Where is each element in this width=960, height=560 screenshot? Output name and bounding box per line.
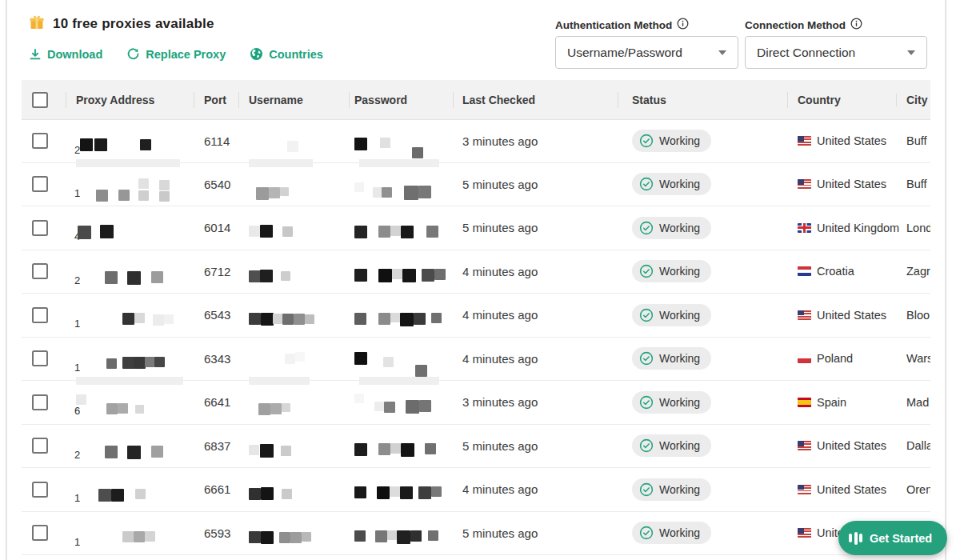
- table-header: Proxy Address Port Username Password Las…: [22, 80, 930, 120]
- pixelated-block: [281, 271, 290, 281]
- table-row: 261143 minutes ago WorkingUnited StatesB…: [22, 119, 930, 163]
- pixelated-block: [270, 403, 282, 414]
- pixelated-block: [290, 532, 302, 543]
- redacted-proxy-address: 1: [66, 338, 194, 381]
- port-value: 6543: [194, 308, 238, 322]
- info-icon[interactable]: [677, 18, 689, 32]
- pixelated-block: [282, 226, 293, 237]
- pixelated-block: [122, 357, 134, 369]
- pixelated-block: [382, 187, 392, 198]
- row-checkbox[interactable]: [32, 525, 48, 541]
- row-checkbox[interactable]: [32, 307, 48, 323]
- status-badge: Working: [632, 391, 711, 414]
- pixelated-block: [249, 313, 261, 325]
- redacted-prefix: 1: [74, 362, 80, 374]
- row-checkbox[interactable]: [32, 350, 48, 366]
- status-label: Working: [659, 265, 700, 278]
- pixelated-block: [134, 531, 145, 542]
- redacted-proxy-address: 2: [66, 250, 194, 294]
- pixelated-block: [260, 444, 274, 458]
- connection-method-select[interactable]: Direct Connection: [745, 36, 927, 69]
- column-header-username: Username: [238, 94, 349, 106]
- get-started-button[interactable]: Get Started: [838, 521, 947, 555]
- column-header-status: Status: [618, 94, 787, 106]
- status-label: Working: [659, 309, 700, 322]
- city-value: Buff: [896, 178, 930, 190]
- pixelated-block: [96, 190, 108, 202]
- proxy-table: Proxy Address Port Username Password Las…: [22, 80, 930, 555]
- status-badge: Working: [632, 347, 711, 370]
- table-row: 165405 minutes ago WorkingUnited StatesB…: [22, 163, 930, 207]
- info-icon[interactable]: [850, 18, 862, 32]
- pixelated-block: [122, 531, 134, 542]
- pixelated-block: [279, 532, 290, 543]
- port-value: 6343: [194, 352, 238, 366]
- city-value: Bloo: [896, 309, 930, 322]
- port-value: 6014: [194, 221, 238, 234]
- refresh-icon: [126, 47, 140, 61]
- pixelated-bar: [76, 159, 180, 167]
- download-button[interactable]: Download: [29, 48, 102, 61]
- replace-proxy-label: Replace Proxy: [146, 48, 226, 61]
- row-checkbox[interactable]: [32, 263, 48, 279]
- pixelated-block: [354, 138, 367, 150]
- pixelated-block: [354, 530, 366, 542]
- pixelated-block: [390, 443, 401, 454]
- last-checked-value: 3 minutes ago: [453, 395, 618, 409]
- row-checkbox[interactable]: [32, 394, 48, 410]
- table-row: 166614 minutes ago WorkingUnited StatesO…: [22, 468, 930, 512]
- pixelated-block: [384, 402, 395, 413]
- pixelated-block: [418, 186, 431, 198]
- redacted-password: [349, 512, 453, 555]
- redacted-username: [238, 381, 349, 424]
- redacted-proxy-address: 1: [66, 163, 194, 206]
- pixelated-block: [287, 141, 298, 152]
- status-badge: Working: [632, 130, 711, 152]
- pixelated-block: [402, 269, 416, 282]
- right-panel-divider: [945, 0, 946, 560]
- redacted-proxy-address: 2: [66, 120, 194, 162]
- status-label: Working: [659, 483, 700, 496]
- connection-method-value: Direct Connection: [757, 46, 855, 60]
- row-checkbox[interactable]: [32, 133, 48, 149]
- redacted-password: [349, 381, 453, 424]
- intercom-icon: [849, 529, 862, 548]
- page-title: 10 free proxies available: [53, 16, 214, 32]
- pixelated-block: [122, 313, 134, 325]
- get-started-label: Get Started: [870, 532, 932, 545]
- countries-label: Countries: [269, 48, 323, 61]
- pixelated-block: [98, 489, 111, 502]
- city-value: Zagr: [896, 265, 930, 278]
- status-badge: Working: [632, 478, 711, 501]
- table-body: 261143 minutes ago WorkingUnited StatesB…: [22, 119, 930, 555]
- check-circle-icon: [639, 482, 654, 497]
- last-checked-value: 5 minutes ago: [453, 439, 618, 453]
- pixelated-block: [159, 191, 170, 202]
- pixelated-block: [354, 226, 367, 238]
- pixelated-block: [383, 357, 394, 367]
- redacted-proxy-address: 1: [66, 468, 194, 511]
- row-checkbox[interactable]: [32, 220, 48, 236]
- authentication-method-select[interactable]: Username/Password: [555, 36, 738, 69]
- row-checkbox[interactable]: [32, 438, 48, 454]
- row-checkbox[interactable]: [32, 176, 48, 192]
- pixelated-block: [105, 271, 118, 284]
- pixelated-block: [249, 531, 261, 543]
- pixelated-bar: [249, 377, 310, 385]
- row-checkbox[interactable]: [32, 482, 48, 498]
- pixelated-bar: [359, 159, 439, 167]
- gb-flag-icon: [798, 223, 811, 233]
- select-all-checkbox[interactable]: [32, 92, 48, 108]
- replace-proxy-button[interactable]: Replace Proxy: [126, 47, 226, 61]
- status-label: Working: [659, 526, 700, 539]
- pixelated-block: [269, 187, 280, 198]
- country-name: United States: [817, 178, 886, 190]
- pixelated-block: [249, 488, 261, 500]
- pixelated-block: [428, 530, 438, 541]
- column-header-country: Country: [787, 94, 896, 106]
- redacted-password: [349, 294, 453, 337]
- countries-button[interactable]: Countries: [250, 47, 323, 61]
- pixelated-block: [378, 313, 390, 325]
- status-label: Working: [659, 352, 700, 365]
- pixelated-block: [111, 489, 124, 502]
